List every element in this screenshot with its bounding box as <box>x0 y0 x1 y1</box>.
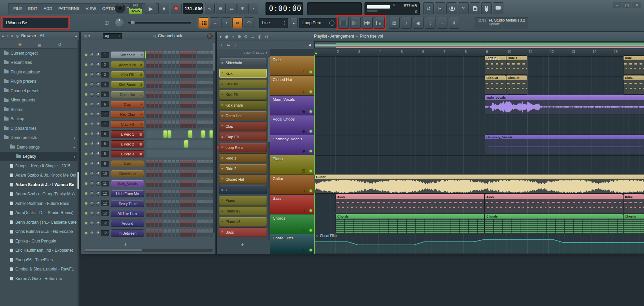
song-mode-button[interactable]: SONG <box>129 9 142 14</box>
step-cell[interactable] <box>192 101 196 108</box>
pattern-item-clap[interactable]: ≡Clap <box>219 122 267 131</box>
browser-item-fuego96-timeflies[interactable]: Fuego96 - TimeFlies <box>0 255 78 265</box>
track-armed-led[interactable] <box>310 170 312 172</box>
channel-pan-knob[interactable] <box>90 53 94 57</box>
channel-mute-led[interactable] <box>85 172 87 175</box>
scope-icon[interactable]: ∿ <box>205 3 215 14</box>
browser-panel-button[interactable]: ▤ <box>389 17 400 29</box>
step-cell[interactable] <box>176 230 180 237</box>
step-cell[interactable] <box>163 200 167 207</box>
step-cell[interactable] <box>188 200 192 207</box>
step-cell[interactable] <box>155 111 158 118</box>
step-cell[interactable] <box>155 71 158 78</box>
step-cell[interactable] <box>192 91 196 98</box>
hat-tool-button[interactable]: ◠ <box>244 17 254 28</box>
pattern-item-ride-1[interactable]: ≡Ride 1 <box>219 153 267 163</box>
step-cell[interactable] <box>172 180 175 187</box>
channel-volume-knob[interactable] <box>96 152 100 156</box>
step-cell[interactable] <box>197 91 201 98</box>
step-cell[interactable] <box>168 180 171 187</box>
pattern-item-bass[interactable]: ≡Bass <box>219 227 267 237</box>
clip-ride-1[interactable]: Ride 1 <box>506 56 527 74</box>
step-cell[interactable] <box>188 101 192 108</box>
step-cell[interactable] <box>159 51 162 58</box>
step-cell[interactable] <box>151 121 154 128</box>
step-cell[interactable] <box>155 210 158 217</box>
step-cell[interactable] <box>205 200 209 207</box>
slider-thumb[interactable] <box>130 20 135 25</box>
step-cell[interactable] <box>180 190 184 197</box>
step-cell[interactable] <box>159 81 162 88</box>
record-tool-icon[interactable]: ◉ <box>225 34 228 39</box>
step-cell[interactable] <box>155 160 158 167</box>
step-cell[interactable] <box>188 91 192 98</box>
files-tab-icon[interactable]: ▤ <box>38 42 41 47</box>
channel-button-all-the-time[interactable]: All The Time <box>111 210 144 217</box>
step-cell[interactable] <box>201 91 205 98</box>
channel-volume-knob[interactable] <box>96 102 100 107</box>
step-cell[interactable] <box>168 220 171 227</box>
step-cell[interactable] <box>146 81 150 88</box>
scrollbar-thumb[interactable] <box>268 57 270 142</box>
step-cell[interactable] <box>159 230 162 237</box>
step-cell[interactable] <box>197 180 201 187</box>
step-cell[interactable] <box>188 71 192 78</box>
step-cell[interactable] <box>201 71 205 78</box>
step-cell[interactable] <box>188 220 192 227</box>
step-cell[interactable] <box>184 190 188 197</box>
step-cell[interactable] <box>205 220 209 227</box>
step-cell[interactable] <box>192 190 196 197</box>
pattern-item-ride-2[interactable]: ≡Ride 2 <box>219 164 267 173</box>
step-cell[interactable] <box>159 101 162 108</box>
step-cell[interactable] <box>168 130 171 138</box>
step-cell[interactable] <box>172 220 175 227</box>
channel-button-l-perc-3[interactable]: L Perc 3▦ <box>111 150 144 157</box>
channel-mute-led[interactable] <box>85 133 87 135</box>
step-cell[interactable] <box>192 111 196 118</box>
channel-button-kick-fill[interactable]: Kick Fill◉ <box>111 71 144 78</box>
channel-mute-led[interactable] <box>85 54 87 56</box>
track-armed-led[interactable] <box>310 130 312 133</box>
step-cell[interactable] <box>201 81 205 88</box>
step-cell[interactable] <box>192 170 196 177</box>
menu-item-view[interactable]: VIEW <box>83 6 99 11</box>
step-cell[interactable] <box>168 230 171 237</box>
piano-roll-view-button[interactable] <box>350 17 361 29</box>
step-cell[interactable] <box>155 51 158 58</box>
link-button[interactable]: ∞ <box>232 17 243 28</box>
step-cell[interactable] <box>197 71 201 78</box>
step-cell[interactable] <box>159 61 162 68</box>
step-cell[interactable] <box>205 61 209 68</box>
step-cell[interactable] <box>188 160 192 167</box>
step-cell[interactable] <box>168 101 171 108</box>
step-slide-toggle[interactable]: STEP SLIDE ▾ <box>217 49 270 56</box>
channel-button-kick-snare[interactable]: Kick Snare⊗ <box>111 81 144 88</box>
step-cell[interactable] <box>146 230 150 237</box>
browser-item-adam-szabo-jo-knock-me-out[interactable]: Adam Szabo & Jo..Knock Me Out <box>0 171 78 180</box>
channel-pan-knob[interactable] <box>90 201 94 206</box>
channel-pan-knob[interactable] <box>90 162 94 166</box>
step-cell[interactable] <box>201 170 205 177</box>
track-options[interactable]: ... <box>273 83 275 87</box>
scrollbar-thumb[interactable] <box>213 42 215 71</box>
rack-horizontal-scrollbar[interactable] <box>84 249 213 252</box>
step-cell[interactable] <box>155 220 158 227</box>
clip-clos-at[interactable]: Clos..at <box>485 75 505 94</box>
pattern-item-kick[interactable]: ≡Kick <box>219 69 267 78</box>
step-cell[interactable] <box>168 200 171 207</box>
pattern-item-kick-fill[interactable]: ≡Kick Fill <box>219 90 267 99</box>
step-cell[interactable] <box>201 101 205 108</box>
track-header-piano[interactable]: Piano...▤ <box>270 155 314 175</box>
step-cell[interactable] <box>197 81 201 88</box>
channel-pan-knob[interactable] <box>90 82 94 87</box>
step-cell[interactable] <box>168 111 171 118</box>
touch-controls-button[interactable]: ↕ <box>425 17 435 29</box>
step-cell[interactable] <box>176 160 180 167</box>
browser-item-asher-postman-future-bass[interactable]: Asher Postman - Future Bass <box>0 199 78 208</box>
step-cell[interactable] <box>163 111 167 118</box>
channel-volume-knob[interactable] <box>96 112 100 116</box>
clip-ride[interactable]: Ride <box>624 56 644 74</box>
step-cell[interactable] <box>192 200 196 207</box>
step-cell[interactable] <box>172 160 175 167</box>
export-button[interactable]: ⇓ <box>449 17 459 29</box>
